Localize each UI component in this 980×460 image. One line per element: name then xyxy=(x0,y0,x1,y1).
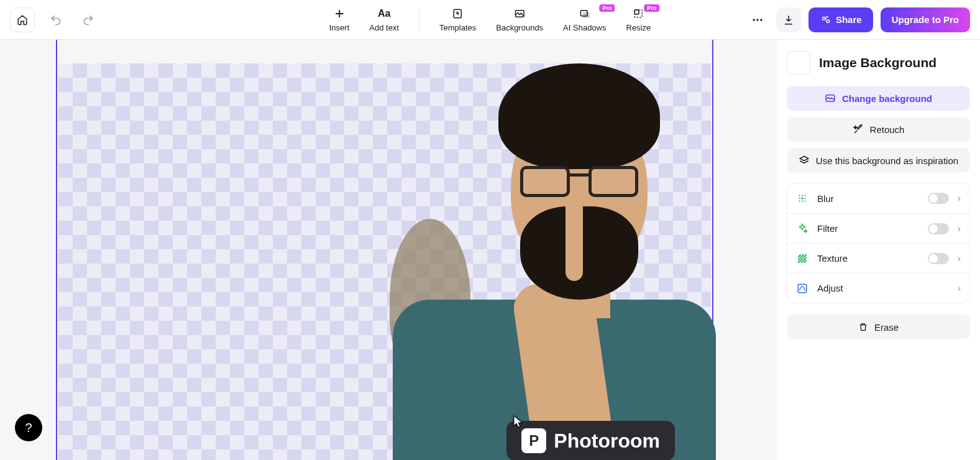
layers-icon xyxy=(799,155,810,166)
panel-title: Image Background xyxy=(819,55,936,70)
canvas-frame[interactable]: P Photoroom xyxy=(56,40,713,460)
svg-point-17 xyxy=(799,200,800,201)
redo-button[interactable] xyxy=(77,9,99,31)
home-button[interactable] xyxy=(10,7,35,32)
more-button[interactable] xyxy=(746,9,769,31)
chevron-right-icon: › xyxy=(958,193,961,204)
tool-label: Templates xyxy=(439,23,476,32)
resize-icon xyxy=(633,8,644,19)
blur-option[interactable]: Blur › xyxy=(787,183,969,213)
chevron-right-icon: › xyxy=(958,253,961,264)
button-label: Change background xyxy=(842,93,932,104)
svg-point-15 xyxy=(801,197,803,199)
filter-option[interactable]: Filter › xyxy=(787,213,969,243)
chevron-right-icon: › xyxy=(958,223,961,234)
undo-icon xyxy=(50,14,62,26)
backgrounds-icon xyxy=(514,8,525,19)
svg-point-18 xyxy=(802,200,803,201)
glasses-shape xyxy=(520,166,638,200)
texture-toggle[interactable] xyxy=(928,253,949,264)
redo-icon xyxy=(82,14,94,26)
upgrade-button[interactable]: Upgrade to Pro xyxy=(881,7,970,32)
templates-icon xyxy=(452,8,464,19)
add-text-tool[interactable]: Aa Add text xyxy=(369,7,399,32)
trash-icon xyxy=(858,322,868,332)
pro-badge: Pro xyxy=(599,4,615,12)
option-label: Filter xyxy=(817,223,919,234)
adjust-icon xyxy=(796,282,808,295)
templates-tool[interactable]: Templates xyxy=(439,7,476,32)
button-label: Use this background as inspiration xyxy=(816,155,958,166)
pro-badge: Pro xyxy=(644,4,659,12)
chevron-right-icon: › xyxy=(958,283,961,294)
svg-point-9 xyxy=(822,17,825,20)
button-label: Retouch xyxy=(870,124,905,135)
subject-image[interactable] xyxy=(355,63,716,460)
help-button[interactable]: ? xyxy=(15,414,42,441)
svg-point-14 xyxy=(799,198,800,199)
watermark-text: Photoroom xyxy=(554,430,660,453)
svg-point-8 xyxy=(760,19,762,21)
svg-point-13 xyxy=(804,195,805,196)
brand-logo-icon: P xyxy=(521,428,546,453)
right-controls: Share Upgrade to Pro xyxy=(746,7,970,32)
button-label: Erase xyxy=(874,322,899,333)
svg-point-16 xyxy=(804,198,805,199)
image-icon xyxy=(825,93,836,104)
ai-shadows-tool[interactable]: Pro AI Shadows xyxy=(563,7,606,32)
svg-point-11 xyxy=(799,195,800,196)
tool-label: AI Shadows xyxy=(563,23,606,32)
filter-toggle[interactable] xyxy=(928,223,949,234)
blur-icon xyxy=(796,192,808,205)
share-icon xyxy=(820,14,831,25)
share-label: Share xyxy=(836,14,862,25)
download-icon xyxy=(783,14,794,25)
watermark: P Photoroom xyxy=(506,421,675,460)
upgrade-label: Upgrade to Pro xyxy=(892,14,959,25)
adjust-option[interactable]: Adjust › xyxy=(787,273,969,303)
options-group: Blur › Filter › Texture › xyxy=(787,183,970,303)
svg-point-19 xyxy=(804,200,805,201)
separator xyxy=(419,7,419,32)
resize-tool[interactable]: Pro Resize xyxy=(626,7,651,32)
undo-button[interactable] xyxy=(45,9,67,31)
left-controls xyxy=(10,7,99,32)
svg-rect-20 xyxy=(798,284,807,293)
svg-rect-5 xyxy=(634,10,639,14)
top-toolbar: Insert Aa Add text Templates Backgrounds… xyxy=(0,0,980,40)
inspiration-button[interactable]: Use this background as inspiration xyxy=(787,148,970,173)
background-thumbnail[interactable] xyxy=(787,51,810,75)
svg-rect-3 xyxy=(583,12,590,18)
svg-point-6 xyxy=(753,19,754,21)
home-icon xyxy=(17,14,28,25)
panel-header: Image Background xyxy=(787,51,970,75)
texture-icon xyxy=(796,252,808,265)
svg-point-12 xyxy=(802,195,803,196)
canvas-area[interactable]: P Photoroom xyxy=(0,40,777,460)
svg-point-7 xyxy=(756,19,758,21)
share-button[interactable]: Share xyxy=(808,7,873,32)
option-label: Texture xyxy=(817,253,919,264)
download-button[interactable] xyxy=(776,7,801,32)
hair-shape xyxy=(498,63,660,169)
shadows-icon xyxy=(579,8,591,19)
tool-label: Add text xyxy=(369,23,399,32)
retouch-button[interactable]: Retouch xyxy=(787,117,970,142)
help-icon: ? xyxy=(25,421,32,435)
insert-tool[interactable]: Insert xyxy=(329,7,350,32)
plus-icon xyxy=(334,8,345,19)
tool-label: Resize xyxy=(626,23,651,32)
backgrounds-tool[interactable]: Backgrounds xyxy=(496,7,543,32)
erase-button[interactable]: Erase xyxy=(787,315,970,339)
filter-icon xyxy=(796,223,808,235)
more-icon xyxy=(751,14,764,26)
option-label: Blur xyxy=(817,193,919,204)
texture-option[interactable]: Texture › xyxy=(787,243,969,273)
change-background-button[interactable]: Change background xyxy=(787,86,970,111)
retouch-icon xyxy=(853,124,864,135)
right-panel: Image Background Change background Retou… xyxy=(777,40,980,460)
option-label: Adjust xyxy=(817,283,949,293)
main-area: P Photoroom Image Background Change back… xyxy=(0,40,980,460)
blur-toggle[interactable] xyxy=(928,193,949,204)
text-icon: Aa xyxy=(378,8,390,19)
